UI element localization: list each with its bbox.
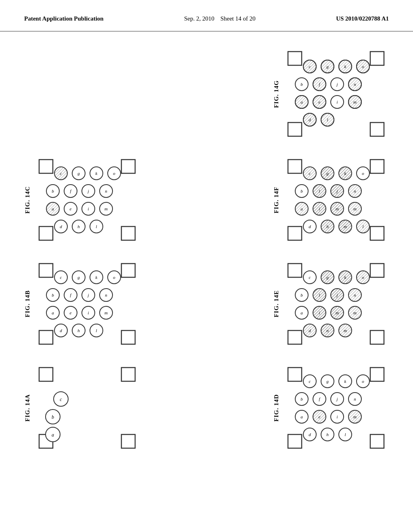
fig14a-label: FIG. 14A [24, 394, 31, 422]
svg-text:h: h [326, 224, 329, 229]
svg-text:g: g [326, 379, 329, 384]
svg-rect-48 [121, 227, 135, 240]
svg-text:o: o [362, 64, 364, 69]
svg-text:l: l [96, 224, 97, 229]
svg-text:e: e [319, 414, 321, 419]
svg-text:n: n [354, 189, 356, 193]
svg-rect-2 [288, 123, 302, 136]
svg-text:m: m [336, 206, 339, 211]
header-date-sheet: Sep. 2, 2010 Sheet 14 of 20 [184, 15, 255, 23]
fig14d-wrapper: FIG. 14D c g [273, 364, 389, 452]
fig14g-wrapper: FIG. 14G c g k [273, 48, 389, 140]
svg-rect-45 [39, 160, 53, 173]
svg-text:b: b [52, 189, 54, 193]
svg-text:n: n [105, 293, 107, 297]
svg-text:i: i [88, 310, 89, 315]
svg-rect-200 [370, 434, 384, 448]
svg-text:a: a [52, 310, 54, 315]
main-content: FIG. 14G c g k [0, 31, 413, 468]
svg-text:d: d [60, 224, 62, 229]
svg-text:c: c [309, 171, 311, 176]
svg-text:m: m [344, 328, 347, 333]
page-header: Patent Application Publication Sep. 2, 2… [0, 0, 413, 31]
svg-rect-81 [370, 160, 384, 173]
fig14b-label: FIG. 14B [24, 290, 31, 317]
svg-text:e: e [70, 206, 72, 211]
svg-rect-198 [370, 368, 384, 381]
svg-rect-153 [370, 264, 384, 277]
fig14e-diagram: c g k o b l j n [284, 260, 389, 348]
svg-text:c: c [60, 397, 62, 402]
svg-text:o: o [113, 171, 115, 176]
fig14a-diagram: c b a [35, 364, 140, 452]
svg-rect-117 [39, 264, 53, 277]
svg-text:a: a [300, 310, 303, 315]
svg-text:n: n [105, 189, 107, 193]
svg-rect-186 [39, 368, 53, 381]
svg-text:h: h [326, 432, 329, 437]
svg-rect-154 [288, 330, 302, 344]
svg-text:b: b [52, 293, 54, 297]
svg-text:a: a [52, 206, 54, 211]
svg-text:c: c [60, 171, 62, 176]
fig14f-diagram: c g k o b l j n [284, 156, 389, 244]
svg-rect-197 [288, 368, 302, 381]
fig14c-label: FIG. 14C [24, 186, 31, 214]
header-patent-number: US 2010/0220788 A1 [336, 15, 389, 23]
svg-text:b: b [300, 189, 303, 193]
svg-rect-152 [288, 264, 302, 277]
fig14d-diagram: c g k o b f j n [284, 364, 389, 452]
svg-text:c: c [60, 275, 62, 280]
svg-text:a: a [300, 414, 303, 419]
svg-text:h: h [77, 328, 80, 333]
fig14f-label: FIG. 14F [273, 187, 280, 213]
svg-rect-119 [39, 330, 53, 344]
svg-text:n: n [326, 328, 329, 333]
svg-text:n: n [354, 293, 356, 297]
svg-text:g: g [326, 171, 329, 176]
svg-rect-83 [370, 227, 384, 240]
fig14b-wrapper: FIG. 14B c g [24, 260, 140, 348]
fig14b-diagram: c g k o b f j n [35, 260, 140, 348]
svg-text:g: g [326, 64, 329, 69]
svg-rect-3 [370, 123, 384, 136]
fig14e-label: FIG. 14E [273, 290, 280, 317]
svg-rect-80 [288, 160, 302, 173]
svg-text:m: m [353, 100, 357, 104]
fig14g-diagram: c g k o b f j [284, 48, 389, 140]
svg-text:l: l [362, 224, 363, 229]
svg-text:h: h [77, 224, 80, 229]
fig14e-wrapper: FIG. 14E c g [273, 260, 389, 348]
svg-text:o: o [113, 275, 115, 280]
svg-text:l: l [344, 432, 346, 437]
svg-rect-1 [370, 52, 384, 65]
svg-text:g: g [326, 275, 329, 280]
svg-text:m: m [104, 310, 108, 315]
fig14g-label: FIG. 14G [273, 80, 280, 108]
svg-text:b: b [300, 293, 303, 297]
svg-text:i: i [88, 206, 89, 211]
svg-text:c: c [309, 64, 311, 69]
svg-text:d: d [309, 328, 311, 333]
svg-rect-82 [288, 227, 302, 240]
svg-text:n: n [354, 397, 356, 401]
svg-text:o: o [362, 379, 364, 384]
svg-text:i: i [336, 100, 338, 104]
svg-text:m: m [353, 206, 357, 211]
fig14d-label: FIG. 14D [273, 394, 280, 422]
svg-rect-47 [39, 227, 53, 240]
svg-text:i: i [319, 310, 320, 315]
svg-text:l: l [327, 117, 328, 122]
svg-text:b: b [52, 414, 54, 420]
svg-text:l: l [319, 293, 320, 297]
svg-text:n: n [354, 82, 356, 87]
svg-text:e: e [319, 100, 321, 104]
svg-text:d: d [309, 117, 311, 122]
svg-text:e: e [70, 310, 72, 315]
svg-text:b: b [300, 82, 303, 87]
svg-rect-155 [370, 330, 384, 344]
svg-rect-120 [121, 330, 135, 344]
svg-text:l: l [319, 189, 320, 193]
svg-text:o: o [362, 275, 364, 280]
svg-text:i: i [336, 414, 338, 419]
